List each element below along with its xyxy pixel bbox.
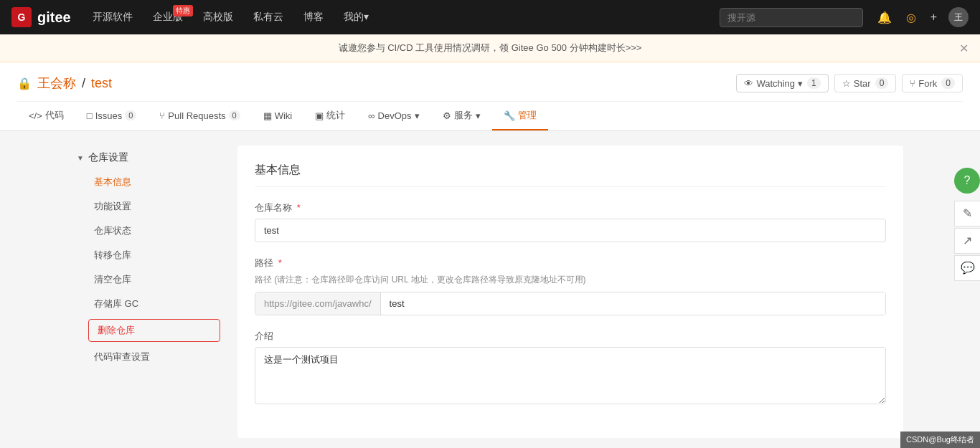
tab-pull-requests[interactable]: ⑂ Pull Requests 0 (148, 102, 251, 130)
repo-owner[interactable]: 王会称 (37, 75, 76, 92)
repo-title-row: 🔒 王会称 / test 👁 Watching ▾ 1 ☆ Star 0 ⑂ F… (17, 74, 963, 101)
main-content: ▼ 仓库设置 基本信息 功能设置 仓库状态 转移仓库 清空仓库 存储库 GC (60, 131, 920, 448)
wiki-icon: ▦ (263, 110, 272, 121)
star-icon: ☆ (842, 78, 851, 89)
watermark: CSDN@Bug终结者 (900, 432, 980, 448)
star-count: 0 (875, 77, 889, 89)
issues-icon: □ (87, 110, 93, 121)
required-marker: * (297, 202, 301, 213)
logo-text: gitee (37, 9, 71, 26)
sidebar-item-gc[interactable]: 存储库 GC (88, 292, 220, 316)
intro-label: 介绍 (255, 330, 886, 343)
path-hint: 路径 (请注意：仓库路径即仓库访问 URL 地址，更改仓库路径将导致原克隆地址不… (255, 274, 886, 286)
path-label: 路径 * (255, 257, 886, 270)
top-navigation: G gitee 开源软件 企业版 特惠 高校版 私有云 博客 我的▾ 🔔 ◎ +… (0, 0, 980, 34)
announcement-banner: 诚邀您参与 CI/CD 工具使用情况调研，领 Gitee Go 500 分钟构建… (0, 34, 980, 62)
repo-header: 🔒 王会称 / test 👁 Watching ▾ 1 ☆ Star 0 ⑂ F… (0, 62, 980, 131)
pr-badge: 0 (229, 110, 240, 120)
issues-badge: 0 (125, 110, 136, 120)
nav-item-open-source[interactable]: 开源软件 (88, 8, 137, 27)
sidebar-item-delete[interactable]: 删除仓库 (88, 319, 220, 342)
nav-icons: 🔔 ◎ + 王 (875, 7, 969, 27)
help-button[interactable]: ? (954, 168, 980, 194)
star-label: Star (854, 78, 871, 89)
notification-icon[interactable]: 🔔 (875, 8, 895, 27)
repo-name-label: 仓库名称 * (255, 201, 886, 214)
tab-devops[interactable]: ∞ DevOps ▾ (357, 102, 430, 130)
nav-item-enterprise[interactable]: 企业版 特惠 (149, 8, 187, 27)
devops-icon: ∞ (368, 110, 374, 121)
sidebar-item-transfer[interactable]: 转移仓库 (88, 243, 220, 267)
repo-tabs: </> 代码 □ Issues 0 ⑂ Pull Requests 0 ▦ Wi… (17, 101, 963, 130)
path-prefix: https://gitee.com/javawhc/ (255, 292, 381, 315)
sidebar-item-features[interactable]: 功能设置 (88, 194, 220, 219)
edit-icon: ✎ (963, 206, 972, 220)
floating-actions: ? ✎ ↗ 💬 (954, 168, 980, 281)
stats-icon: ▣ (315, 110, 324, 121)
repo-name-input[interactable] (255, 219, 886, 242)
nav-item-private-cloud[interactable]: 私有云 (249, 8, 288, 27)
code-icon: </> (29, 110, 42, 121)
path-required-marker: * (278, 257, 282, 268)
sidebar-item-basic-info[interactable]: 基本信息 (88, 170, 220, 194)
repo-name-group: 仓库名称 * (255, 201, 886, 242)
nav-item-blog[interactable]: 博客 (299, 8, 328, 27)
search-input[interactable] (720, 8, 863, 27)
watching-arrow: ▾ (798, 78, 803, 89)
watching-count: 1 (807, 77, 821, 89)
intro-textarea[interactable]: 这是一个测试项目 (255, 347, 886, 404)
sidebar-menu: 基本信息 功能设置 仓库状态 转移仓库 清空仓库 存储库 GC 删除仓库 代码审… (77, 170, 220, 369)
tab-wiki[interactable]: ▦ Wiki (252, 102, 304, 130)
devops-arrow: ▾ (415, 110, 420, 121)
form-title: 基本信息 (255, 163, 886, 187)
admin-icon: 🔧 (504, 110, 515, 121)
fork-count: 0 (941, 77, 955, 89)
repo-separator: / (82, 76, 85, 91)
enterprise-badge: 特惠 (173, 5, 193, 16)
watching-label: Watching (756, 78, 795, 89)
sidebar-item-repo-status[interactable]: 仓库状态 (88, 219, 220, 243)
share-icon: ↗ (963, 234, 972, 247)
fork-label: Fork (918, 78, 937, 89)
fork-icon: ⑂ (910, 78, 915, 89)
tab-code[interactable]: </> 代码 (17, 102, 75, 130)
logo[interactable]: G gitee (11, 7, 71, 27)
comment-icon: 💬 (961, 261, 975, 275)
sidebar: ▼ 仓库设置 基本信息 功能设置 仓库状态 转移仓库 清空仓库 存储库 GC (77, 146, 220, 438)
path-group: 路径 * 路径 (请注意：仓库路径即仓库访问 URL 地址，更改仓库路径将导致原… (255, 257, 886, 315)
tab-services[interactable]: ⚙ 服务 ▾ (431, 102, 492, 130)
eye-icon: 👁 (744, 78, 753, 89)
lock-icon: 🔒 (17, 77, 32, 90)
repo-title: 🔒 王会称 / test (17, 75, 112, 92)
banner-close-button[interactable]: ✕ (959, 42, 969, 55)
pr-icon: ⑂ (159, 110, 165, 121)
repo-actions: 👁 Watching ▾ 1 ☆ Star 0 ⑂ Fork 0 (736, 74, 963, 92)
sidebar-arrow-icon: ▼ (77, 154, 84, 162)
comment-float-button[interactable]: 💬 (954, 255, 980, 281)
path-suffix-input[interactable] (381, 292, 885, 315)
watching-button[interactable]: 👁 Watching ▾ 1 (736, 74, 828, 92)
tab-stats[interactable]: ▣ 统计 (303, 102, 357, 130)
sidebar-item-clear[interactable]: 清空仓库 (88, 267, 220, 292)
sidebar-item-code-review[interactable]: 代码审查设置 (88, 345, 220, 369)
star-button[interactable]: ☆ Star 0 (834, 74, 897, 92)
fork-button[interactable]: ⑂ Fork 0 (902, 74, 963, 92)
tab-admin[interactable]: 🔧 管理 (492, 102, 548, 130)
points-icon[interactable]: ◎ (903, 8, 919, 27)
share-float-button[interactable]: ↗ (954, 228, 980, 254)
nav-item-mine[interactable]: 我的▾ (339, 8, 373, 27)
services-icon: ⚙ (443, 110, 451, 121)
edit-float-button[interactable]: ✎ (954, 201, 980, 227)
services-arrow: ▾ (476, 110, 481, 121)
avatar[interactable]: 王 (948, 7, 969, 27)
tab-issues[interactable]: □ Issues 0 (75, 102, 149, 130)
add-icon[interactable]: + (928, 8, 940, 27)
banner-text: 诚邀您参与 CI/CD 工具使用情况调研，领 Gitee Go 500 分钟构建… (339, 42, 642, 53)
sidebar-section-title[interactable]: ▼ 仓库设置 (77, 146, 220, 170)
path-input-group: https://gitee.com/javawhc/ (255, 292, 886, 315)
logo-icon: G (11, 7, 32, 27)
nav-item-university[interactable]: 高校版 (199, 8, 237, 27)
repo-name[interactable]: test (91, 76, 112, 91)
intro-group: 介绍 这是一个测试项目 (255, 330, 886, 406)
form-area: 基本信息 仓库名称 * 路径 * 路径 (请注意：仓库路径即仓库访问 URL 地… (237, 146, 903, 438)
